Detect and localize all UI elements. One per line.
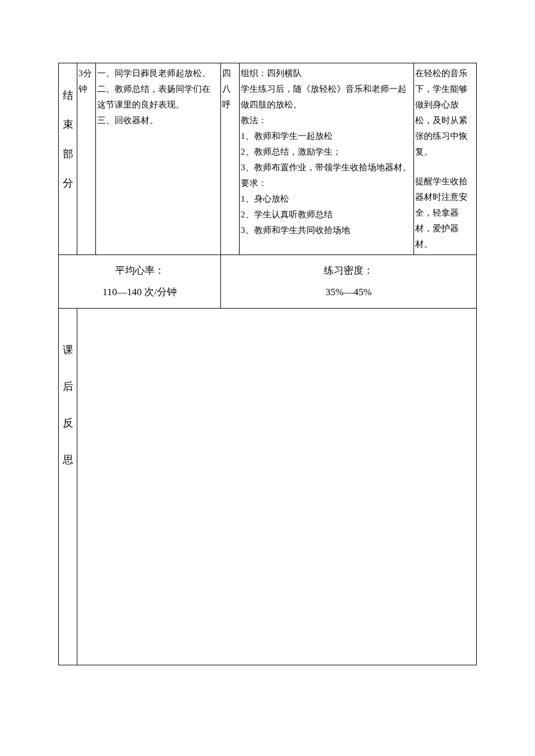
method-line: 1、身心放松 <box>241 191 412 207</box>
density-value: 35%—45% <box>223 281 474 303</box>
note-para-1: 在轻松的音乐下，学生能够做到身心放松，及时从紧张的练习中恢复。 <box>415 66 475 160</box>
method-line: 2、学生认真听教师总结 <box>241 207 412 223</box>
content-cell: 一、同学日葬艮老师起放松。 二、教师总结，表扬同学们在 这节课里的良好表现。 三… <box>96 63 221 255</box>
method-line: 1、教师和学生一起放松 <box>241 128 412 144</box>
reflect-char-2: 后 <box>63 381 73 392</box>
method-line: 3、教师和学生共同收拾场地 <box>241 223 412 238</box>
method-line: 2、教师总结，激励学生； <box>241 144 412 160</box>
lesson-plan-table: 结 束 部 分 3分钟 一、同学日葬艮老师起放松。 二、教师总结，表扬同学们在 … <box>58 63 477 665</box>
density-label: 练习密度： <box>223 260 474 281</box>
reflect-char-1: 课 <box>63 344 73 356</box>
heart-rate-label: 平均心率： <box>61 260 218 281</box>
method-line: 3、教师布置作业，带领学生收拾场地器材。 <box>241 160 412 175</box>
method-line: 教法： <box>241 113 412 128</box>
content-line: 一、同学日葬艮老师起放松。 <box>97 69 211 78</box>
density-cell: 练习密度： 35%—45% <box>221 255 477 309</box>
note-cell: 在轻松的音乐下，学生能够做到身心放松，及时从紧张的练习中恢复。 提醒学生收拾器材… <box>414 63 477 255</box>
content-line: 二、教师总结，表扬同学们在 <box>97 84 211 94</box>
method-line: 要求： <box>241 175 412 191</box>
spacer <box>415 160 475 174</box>
section-char-1: 结 <box>63 89 73 101</box>
section-char-4: 分 <box>63 177 73 189</box>
time-cell: 3分钟 <box>77 63 96 255</box>
method-line: 组织：四列横队 <box>241 66 412 81</box>
reflection-label-cell: 课 后 反 思 <box>59 308 77 665</box>
heart-rate-cell: 平均心率： 110—140 次/分钟 <box>59 255 221 309</box>
method-cell: 组织：四列横队 学生练习后，随《放轻松》音乐和老师一起做四肢的放松。 教法： 1… <box>240 63 414 255</box>
note-para-2: 提醒学生收拾器材时注意安全，轻拿器材，爱护器材。 <box>415 174 475 252</box>
content-line: 三、回收器材。 <box>97 116 158 125</box>
method-line: 学生练习后，随《放轻松》音乐和老师一起做四肢的放松。 <box>241 81 412 113</box>
count-cell: 四八呼 <box>221 63 240 255</box>
reflect-char-3: 反 <box>63 417 73 429</box>
table-row: 结 束 部 分 3分钟 一、同学日葬艮老师起放松。 二、教师总结，表扬同学们在 … <box>59 63 477 255</box>
reflection-body-cell <box>77 308 477 665</box>
section-char-2: 束 <box>63 119 73 130</box>
section-label-end: 结 束 部 分 <box>59 63 77 255</box>
content-line: 这节课里的良好表现。 <box>97 100 184 109</box>
document-page: 结 束 部 分 3分钟 一、同学日葬艮老师起放松。 二、教师总结，表扬同学们在 … <box>0 0 535 756</box>
heart-rate-value: 110—140 次/分钟 <box>61 281 218 303</box>
section-char-3: 部 <box>63 148 73 160</box>
table-row-reflection: 课 后 反 思 <box>59 308 477 665</box>
table-row-metrics: 平均心率： 110—140 次/分钟 练习密度： 35%—45% <box>59 255 477 309</box>
reflect-char-4: 思 <box>63 454 73 465</box>
